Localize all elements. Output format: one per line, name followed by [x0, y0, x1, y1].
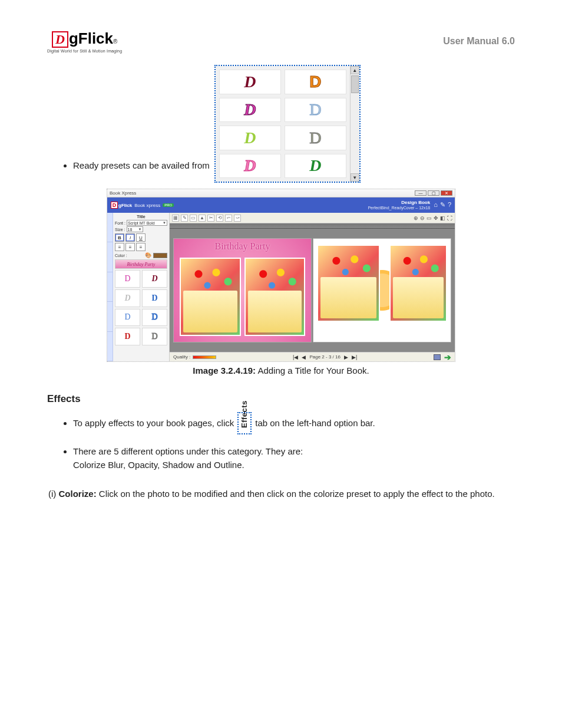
scroll-down-icon[interactable]: ▼: [351, 173, 359, 182]
colorize-text: Click on the photo to be modified and th…: [97, 489, 495, 499]
figure-caption: Image 3.2.4.19: Adding a Title for Your …: [47, 365, 515, 375]
scroll-track[interactable]: [351, 74, 359, 173]
scroll-thumb[interactable]: [351, 75, 359, 93]
help-icon[interactable]: ?: [448, 201, 451, 209]
project-path: PerfectBind_ReadyCover – 12x18: [368, 206, 430, 210]
align-center-button[interactable]: ≡: [125, 243, 135, 251]
quality-label: Quality :: [173, 354, 190, 360]
tool-icon[interactable]: ✂: [207, 215, 214, 222]
chevron-down-icon: ▼: [163, 221, 166, 225]
left-tab-strip[interactable]: [107, 213, 113, 361]
photo-frame[interactable]: [317, 245, 380, 322]
app-screenshot: Book Xpress — ▢ ✕ D gFlick Book xpress P…: [107, 189, 455, 362]
underline-button[interactable]: U: [136, 233, 146, 242]
bullet-ready-presets: Ready presets can be availed from: [73, 159, 210, 173]
font-value: Script MT Bold: [128, 221, 155, 225]
side-preset-cell[interactable]: D: [142, 289, 167, 307]
window-maximize-button[interactable]: ▢: [428, 190, 439, 196]
view-icon[interactable]: ✥: [434, 215, 438, 221]
photo-frame[interactable]: [244, 258, 306, 336]
size-label: Size :: [115, 228, 125, 232]
page-left[interactable]: Birthday Party: [173, 238, 312, 342]
bullet-apply-effects: To apply effects to your book pages, cli…: [73, 412, 515, 434]
bold-button[interactable]: B: [115, 233, 124, 242]
window-close-button[interactable]: ✕: [441, 190, 452, 196]
preset-cell[interactable]: D: [219, 70, 281, 94]
status-bar: Quality : |◀ ◀ Page 2 - 3 / 16 ▶ ▶| ➔: [170, 352, 455, 361]
view-icon[interactable]: ⊖: [420, 215, 425, 221]
page-header: D g Flick ® Digital World for Still & Mo…: [47, 29, 515, 53]
window-minimize-button[interactable]: —: [415, 190, 427, 196]
scroll-up-icon[interactable]: ▲: [351, 66, 359, 74]
preset-cell[interactable]: D: [285, 70, 346, 94]
side-tab-title: Title: [115, 215, 167, 219]
font-select[interactable]: Script MT Bold▼: [127, 220, 167, 226]
preset-cell[interactable]: D: [219, 98, 281, 123]
canvas-area[interactable]: Birthday Party: [170, 229, 455, 352]
side-preset-cell[interactable]: D: [115, 270, 140, 288]
page-right[interactable]: [313, 238, 451, 342]
align-right-button[interactable]: ≡: [136, 243, 146, 251]
caption-label: Image 3.2.4.19:: [193, 365, 256, 375]
bullet-text: tab on the left-hand option bar.: [255, 416, 375, 430]
edit-icon[interactable]: ✎: [440, 201, 445, 209]
pager-first-button[interactable]: |◀: [293, 354, 298, 360]
preset-cell[interactable]: D: [285, 98, 346, 123]
page-spread[interactable]: Birthday Party: [173, 238, 451, 342]
preset-cell[interactable]: D: [219, 126, 281, 150]
side-preset-cell[interactable]: D: [142, 309, 167, 327]
next-arrow-icon[interactable]: ➔: [444, 353, 451, 362]
italic-button[interactable]: I: [125, 233, 135, 242]
font-label: Font :: [115, 221, 125, 225]
side-preset-cell[interactable]: D: [115, 309, 140, 327]
side-preset-cell[interactable]: D: [142, 270, 167, 288]
tool-icon[interactable]: ▦: [172, 215, 179, 222]
view-icon[interactable]: ⊕: [414, 215, 418, 221]
section-heading-effects: Effects: [47, 393, 515, 405]
bullet-text: To apply effects to your book pages, cli…: [73, 416, 234, 430]
logo-tagline: Digital World for Still & Motion Imaging: [47, 49, 122, 53]
view-icon[interactable]: ◧: [440, 215, 445, 221]
align-left-button[interactable]: ≡: [115, 243, 124, 251]
view-icon[interactable]: ⛶: [447, 215, 452, 221]
presets-scrollbar[interactable]: ▲ ▼: [350, 66, 359, 182]
tool-icon[interactable]: ▭: [190, 215, 197, 222]
app-logo-d-icon: D: [111, 202, 118, 209]
logo: D g Flick ® Digital World for Still & Mo…: [47, 29, 122, 53]
pager-last-button[interactable]: ▶|: [352, 354, 357, 360]
preset-cell[interactable]: D: [285, 126, 346, 150]
side-preset-cell[interactable]: D: [115, 289, 140, 307]
tool-icon[interactable]: ▲: [199, 215, 206, 222]
home-icon[interactable]: ⌂: [434, 201, 438, 209]
preset-cell[interactable]: D: [285, 154, 346, 179]
bullet-text: Colorize Blur, Opacity, Shadow and Outli…: [73, 460, 244, 470]
save-icon[interactable]: [434, 354, 441, 360]
size-select[interactable]: 18▼: [127, 226, 143, 232]
tool-icon[interactable]: ⤺: [225, 215, 232, 222]
effects-tab-label: Effects: [240, 419, 249, 428]
color-label: Color :: [115, 253, 127, 258]
pager-label: Page 2 - 3 / 16: [309, 354, 340, 360]
pager-prev-button[interactable]: ◀: [302, 354, 306, 360]
tool-icon[interactable]: ✎: [181, 215, 188, 222]
app-logo-text-flick: Flick: [121, 203, 132, 208]
quality-meter: [193, 355, 216, 359]
tool-icon[interactable]: ⟲: [216, 215, 223, 222]
side-preset-cell[interactable]: D: [115, 328, 140, 345]
photo-frame[interactable]: [389, 245, 447, 322]
side-panel: Title Font : Script MT Bold▼ Size : 18▼ …: [113, 213, 170, 361]
list-number: (i): [48, 489, 59, 499]
color-swatch[interactable]: [153, 253, 167, 258]
logo-text-flick: Flick: [78, 29, 113, 48]
side-preset-cell[interactable]: D: [142, 328, 167, 345]
view-icon[interactable]: ▭: [427, 215, 432, 221]
photo-frame[interactable]: [180, 258, 241, 336]
tool-icon[interactable]: ⤻: [234, 215, 241, 222]
page-title-text[interactable]: Birthday Party: [215, 241, 270, 252]
logo-d-icon: D: [52, 31, 68, 48]
pager-next-button[interactable]: ▶: [344, 354, 348, 360]
effects-tab-icon: Effects: [237, 412, 252, 434]
preset-cell[interactable]: D: [219, 154, 281, 179]
pager: |◀ ◀ Page 2 - 3 / 16 ▶ ▶|: [293, 354, 357, 360]
color-picker-icon[interactable]: 🎨: [145, 252, 151, 258]
